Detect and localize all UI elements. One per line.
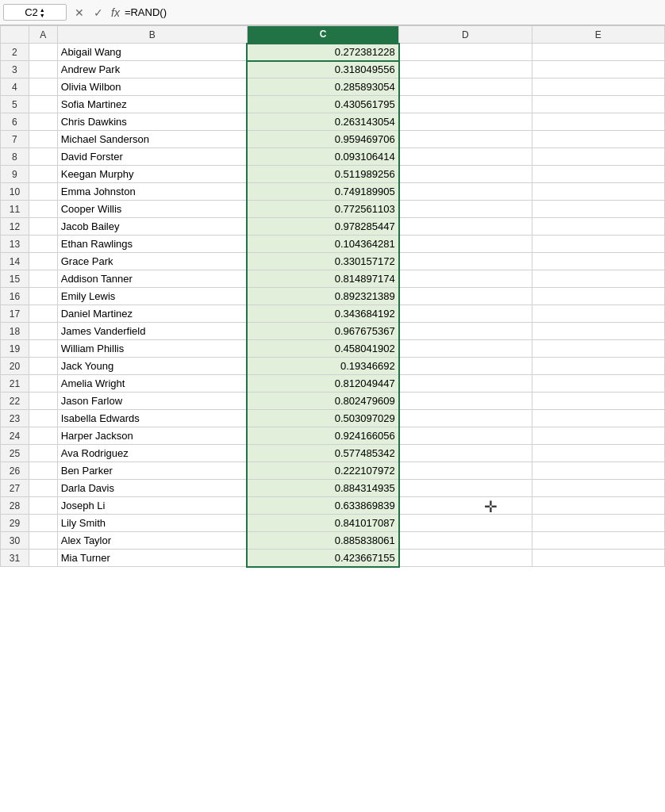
cell-a[interactable]	[29, 497, 57, 515]
cell-e[interactable]	[532, 44, 664, 61]
cell-d[interactable]	[399, 61, 532, 79]
cell-e[interactable]	[532, 236, 664, 253]
cell-e[interactable]	[532, 323, 664, 340]
cell-c-value[interactable]: 0.884314935	[247, 480, 398, 497]
cell-d[interactable]	[399, 323, 532, 340]
cell-e[interactable]	[532, 305, 664, 323]
cell-b-name[interactable]: Chris Dawkins	[57, 113, 247, 131]
cell-d[interactable]	[399, 183, 532, 201]
cell-c-value[interactable]: 0.318049556	[247, 61, 398, 79]
cell-e[interactable]	[532, 497, 664, 515]
cell-e[interactable]	[532, 375, 664, 393]
cell-e[interactable]	[532, 288, 664, 305]
cell-b-name[interactable]: Ava Rodriguez	[57, 445, 247, 462]
col-header-c[interactable]: C	[247, 26, 398, 44]
cell-e[interactable]	[532, 532, 664, 550]
cell-a[interactable]	[29, 236, 57, 253]
cell-a[interactable]	[29, 166, 57, 183]
cell-c-value[interactable]: 0.423667155	[247, 550, 398, 567]
cell-a[interactable]	[29, 462, 57, 480]
cell-d[interactable]	[399, 148, 532, 166]
cell-e[interactable]	[532, 515, 664, 532]
col-header-e[interactable]: E	[532, 26, 664, 44]
cell-c-value[interactable]: 0.093106414	[247, 148, 398, 166]
cell-c-value[interactable]: 0.263143054	[247, 113, 398, 131]
cell-ref-stepper[interactable]: ▲ ▼	[40, 7, 45, 18]
cell-c-value[interactable]: 0.633869839	[247, 497, 398, 515]
cell-b-name[interactable]: Olivia Wilbon	[57, 79, 247, 96]
cell-c-value[interactable]: 0.272381228	[247, 44, 398, 61]
col-header-d[interactable]: D	[399, 26, 532, 44]
cell-d[interactable]	[399, 166, 532, 183]
cell-e[interactable]	[532, 253, 664, 270]
cell-c-value[interactable]: 0.458041902	[247, 340, 398, 358]
cell-d[interactable]	[399, 201, 532, 218]
cell-e[interactable]	[532, 270, 664, 288]
cell-a[interactable]	[29, 218, 57, 236]
cell-c-value[interactable]: 0.772561103	[247, 201, 398, 218]
cell-e[interactable]	[532, 79, 664, 96]
cell-a[interactable]	[29, 427, 57, 445]
cell-b-name[interactable]: William Phillis	[57, 340, 247, 358]
cell-e[interactable]	[532, 393, 664, 410]
cell-d[interactable]	[399, 410, 532, 427]
cell-d[interactable]	[399, 497, 532, 515]
cell-e[interactable]	[532, 148, 664, 166]
cell-a[interactable]	[29, 79, 57, 96]
cell-c-value[interactable]: 0.924166056	[247, 427, 398, 445]
cell-e[interactable]	[532, 410, 664, 427]
cell-b-name[interactable]: Abigail Wang	[57, 44, 247, 61]
cell-a[interactable]	[29, 288, 57, 305]
cell-b-name[interactable]: Emily Lewis	[57, 288, 247, 305]
cell-b-name[interactable]: Alex Taylor	[57, 532, 247, 550]
cell-reference-box[interactable]: C2 ▲ ▼	[3, 4, 67, 21]
cell-e[interactable]	[532, 445, 664, 462]
cell-d[interactable]	[399, 462, 532, 480]
cell-a[interactable]	[29, 532, 57, 550]
cell-a[interactable]	[29, 358, 57, 375]
cell-c-value[interactable]: 0.967675367	[247, 323, 398, 340]
cell-b-name[interactable]: Harper Jackson	[57, 427, 247, 445]
cell-a[interactable]	[29, 515, 57, 532]
cell-b-name[interactable]: James Vanderfield	[57, 323, 247, 340]
cell-d[interactable]	[399, 236, 532, 253]
cell-a[interactable]	[29, 61, 57, 79]
cell-b-name[interactable]: Keegan Murphy	[57, 166, 247, 183]
cell-c-value[interactable]: 0.959469706	[247, 131, 398, 148]
cell-c-value[interactable]: 0.577485342	[247, 445, 398, 462]
cell-d[interactable]	[399, 550, 532, 567]
cell-e[interactable]	[532, 462, 664, 480]
cell-d[interactable]	[399, 515, 532, 532]
cell-d[interactable]	[399, 375, 532, 393]
cell-c-value[interactable]: 0.885838061	[247, 532, 398, 550]
cell-e[interactable]	[532, 131, 664, 148]
cell-d[interactable]	[399, 427, 532, 445]
cell-d[interactable]	[399, 393, 532, 410]
cell-c-value[interactable]: 0.222107972	[247, 462, 398, 480]
cell-b-name[interactable]: Lily Smith	[57, 515, 247, 532]
cell-e[interactable]	[532, 550, 664, 567]
cell-d[interactable]	[399, 44, 532, 61]
cell-b-name[interactable]: Joseph Li	[57, 497, 247, 515]
cell-d[interactable]	[399, 218, 532, 236]
cell-b-name[interactable]: Grace Park	[57, 253, 247, 270]
cell-c-value[interactable]: 0.285893054	[247, 79, 398, 96]
cell-a[interactable]	[29, 550, 57, 567]
cell-b-name[interactable]: Jack Young	[57, 358, 247, 375]
cell-d[interactable]	[399, 96, 532, 113]
cell-b-name[interactable]: Jason Farlow	[57, 393, 247, 410]
cell-c-value[interactable]: 0.841017087	[247, 515, 398, 532]
cell-e[interactable]	[532, 201, 664, 218]
cell-c-value[interactable]: 0.511989256	[247, 166, 398, 183]
cell-e[interactable]	[532, 183, 664, 201]
cell-d[interactable]	[399, 253, 532, 270]
confirm-icon[interactable]: ✓	[90, 5, 106, 21]
cell-c-value[interactable]: 0.343684192	[247, 305, 398, 323]
cell-b-name[interactable]: Amelia Wright	[57, 375, 247, 393]
cell-a[interactable]	[29, 305, 57, 323]
cell-b-name[interactable]: Daniel Martinez	[57, 305, 247, 323]
cell-a[interactable]	[29, 340, 57, 358]
cell-d[interactable]	[399, 131, 532, 148]
cell-b-name[interactable]: Ethan Rawlings	[57, 236, 247, 253]
cell-a[interactable]	[29, 393, 57, 410]
